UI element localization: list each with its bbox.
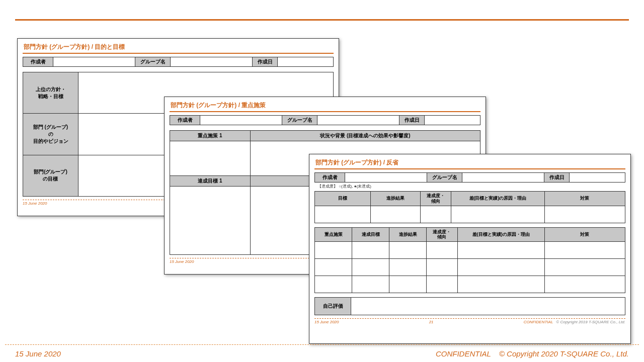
t1-c2: 進捗結果 (371, 192, 421, 206)
sheet2-group-value (317, 116, 399, 125)
sheet3-author-label: 作成者 (315, 173, 345, 182)
sheet3-date-label: 作成日 (544, 173, 570, 182)
t2-c6: 対策 (544, 227, 625, 242)
sheet3-foot-copy: © Copyright 2019 T-SQUARE Co., Ltd. (556, 320, 625, 324)
t1-c5: 対策 (544, 192, 625, 206)
top-rule (15, 19, 629, 21)
sheet1-author-value (53, 57, 135, 66)
sheet3-table2: 重点施策 達成目標 進捗結果 達成度・傾向 差(目標と実績)の原因・理由 対策 (314, 227, 625, 294)
sheet3-foot-date: 15 June 2020 (314, 320, 339, 324)
footer-date: 15 June 2020 (15, 349, 61, 358)
sheet2-colB-head1: 状況や背景 (目標達成への効果や影響度) (251, 131, 480, 141)
sheet1-row1-label: 上位の方針・戦略・目標 (23, 72, 78, 114)
sheet3-selfeval-label: 自己評価 (315, 298, 351, 315)
t2-c1: 重点施策 (315, 227, 352, 242)
sheet3-title: 部門方針 (グループ方針) / 反省 (314, 158, 625, 168)
sheet2-date-label: 作成日 (399, 116, 425, 125)
sheet3-group-label: グループ名 (427, 173, 462, 182)
footer-confidential: CONFIDENTIAL © Copyright 2020 T-SQUARE C… (436, 349, 629, 358)
t2-c5: 差(目標と実績)の原因・理由 (457, 227, 544, 242)
sheet1-title: 部門方針 (グループ方針) / 目的と目標 (23, 43, 334, 53)
sheet1-group-value (171, 57, 253, 66)
sheet2-title: 部門方針 (グループ方針) / 重点施策 (170, 101, 480, 111)
sheet2-author-value (200, 116, 282, 125)
sheet2-colA-head2: 達成目標 1 (170, 176, 251, 186)
sheet2-header-row: 作成者 グループ名 作成日 (170, 115, 480, 125)
t1-c4: 差(目標と実績)の原因・理由 (451, 192, 544, 206)
footer-copyright: © Copyright 2020 T-SQUARE Co., Ltd. (499, 349, 629, 358)
sheet3-foot-conf: CONFIDENTIAL (524, 320, 553, 324)
sheet1-row3-label: 部門(グループ)の目標 (23, 155, 78, 196)
footer-conf-text: CONFIDENTIAL (436, 349, 491, 358)
slide-stage: 部門方針 (グループ方針) / 目的と目標 作成者 グループ名 作成日 上位の方… (0, 0, 644, 362)
sheet3-foot-page: 21 (339, 320, 524, 324)
sheet2-date-value (425, 116, 480, 125)
sheet2-r1-a (170, 141, 251, 175)
t2-c2: 達成目標 (352, 227, 389, 242)
bottom-dash (5, 344, 639, 345)
sheet2-author-label: 作成者 (170, 116, 200, 125)
t2-c3: 進捗結果 (389, 227, 427, 242)
t2-c4: 達成度・傾向 (427, 227, 458, 242)
sheet1-header-row: 作成者 グループ名 作成日 (23, 57, 334, 67)
sheet3-selfeval-value (351, 298, 625, 315)
sheet1-foot-date: 15 June 2020 (23, 201, 47, 206)
sheet1-date-value (278, 57, 333, 66)
sheet2-foot-date: 15 June 2020 (170, 259, 194, 264)
sheet2-colA-head1: 重点施策 1 (170, 131, 251, 141)
form-sheet-3: 部門方針 (グループ方針) / 反省 作成者 グループ名 作成日 【達成度】 ○… (309, 154, 631, 344)
sheet3-table1: 目標 進捗結果 達成度・傾向 差(目標と実績)の原因・理由 対策 (314, 191, 625, 223)
sheet3-title-rule (314, 168, 625, 169)
t1-c1: 目標 (315, 192, 371, 206)
sheet1-group-label: グループ名 (135, 57, 171, 66)
sheet3-legend: 【達成度】 ○(達成), ●(未達成) (314, 183, 625, 191)
sheet3-date-value (570, 173, 625, 182)
sheet2-r2-a (170, 187, 251, 254)
sheet3-footer: 15 June 2020 21 CONFIDENTIAL © Copyright… (314, 319, 625, 324)
sheet1-title-rule (23, 53, 334, 54)
sheet3-selfeval-row: 自己評価 (314, 297, 625, 315)
sheet1-author-label: 作成者 (23, 57, 53, 66)
sheet2-group-label: グループ名 (282, 116, 317, 125)
sheet1-date-label: 作成日 (253, 57, 278, 66)
sheet1-row2-label: 部門 (グループ)の目的やビジョン (23, 114, 78, 155)
sheet2-title-rule (170, 111, 480, 112)
sheet3-group-value (462, 173, 544, 182)
sheet3-header-row: 作成者 グループ名 作成日 (314, 172, 625, 183)
sheet3-author-value (345, 173, 427, 182)
t1-c3: 達成度・傾向 (420, 192, 451, 206)
